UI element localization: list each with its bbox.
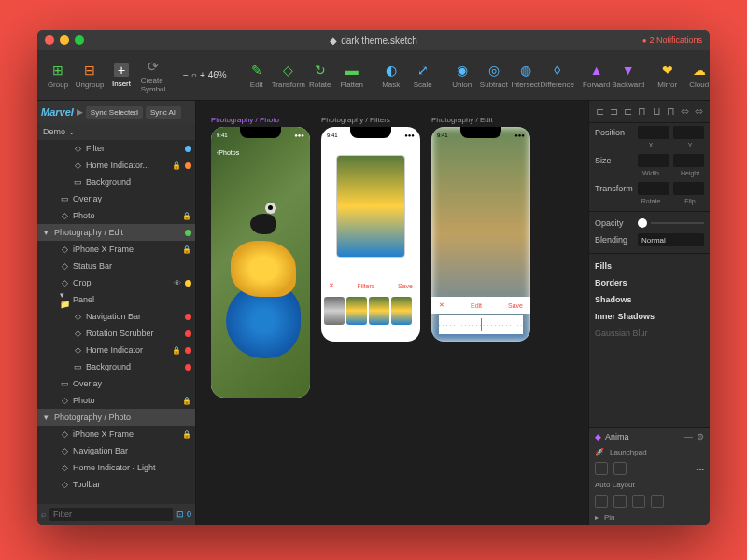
anima-settings-icon[interactable]: ⚙ xyxy=(697,432,704,441)
insert-button[interactable]: +Insert xyxy=(106,61,136,90)
layer-item[interactable]: ◇Status Bar xyxy=(37,258,195,274)
layer-item[interactable]: ▾📁Panel xyxy=(37,291,195,308)
layer-item[interactable]: ◇Navigation Bar xyxy=(37,442,195,459)
canvas[interactable]: Photography / Photo 9:41●●● ‹ Photos Pho… xyxy=(196,101,588,525)
flatten-button[interactable]: ▬Flatten xyxy=(337,60,367,91)
layer-item[interactable]: ◇Home Indicator🔒 xyxy=(37,342,195,358)
align-middle-icon[interactable]: ⊔ xyxy=(653,105,661,118)
pin-row[interactable]: ▸ Pin xyxy=(589,511,710,525)
layer-item[interactable]: ▾Photography / Photo xyxy=(37,409,195,426)
layer-item[interactable]: ◇Home Indicator...🔒 xyxy=(37,157,195,174)
lock-icon[interactable]: 🔒 xyxy=(182,245,191,254)
x-input[interactable] xyxy=(638,126,669,139)
layer-item[interactable]: ◇Photo🔒 xyxy=(37,207,195,224)
visibility-icon[interactable]: 👁 xyxy=(174,279,181,287)
distribute-v-icon[interactable]: ⬄ xyxy=(695,105,703,118)
ungroup-button[interactable]: ⊟Ungroup xyxy=(75,60,105,91)
close-button[interactable] xyxy=(45,35,54,45)
layer-icon: ◇ xyxy=(60,463,69,472)
minimize-button[interactable] xyxy=(60,35,69,45)
align-bottom-icon[interactable]: ⊓ xyxy=(667,105,675,118)
y-input[interactable] xyxy=(673,126,705,139)
search-icon: ⌕ xyxy=(41,510,46,519)
align-left-icon[interactable]: ⊏ xyxy=(596,105,604,118)
anima-minimize-icon[interactable]: — xyxy=(684,432,693,441)
status-dot xyxy=(185,330,191,337)
notifications-indicator[interactable]: 2 Notifications xyxy=(642,35,702,45)
scale-button[interactable]: ⤢Scale xyxy=(408,60,438,91)
layer-item[interactable]: ◇Rotation Scrubber xyxy=(37,325,195,342)
lock-icon[interactable]: 🔒 xyxy=(172,346,181,355)
layer-item[interactable]: ▭Overlay xyxy=(37,375,195,392)
opacity-row: Opacity xyxy=(589,216,710,231)
layer-item[interactable]: ▭Background xyxy=(37,174,195,190)
align-top-icon[interactable]: ⊓ xyxy=(638,105,646,118)
blending-select[interactable]: Normal xyxy=(638,233,704,246)
demo-dropdown[interactable]: Demo ⌄ xyxy=(37,123,195,140)
create-symbol-button[interactable]: ⟳Create Symbol xyxy=(138,56,168,95)
transform-button[interactable]: ◇Transform xyxy=(274,60,303,91)
autolayout-row[interactable]: Auto Layout xyxy=(589,478,710,492)
layer-item[interactable]: ◇Toolbar xyxy=(37,476,195,493)
layer-item[interactable]: ◇iPhone X Frame🔒 xyxy=(37,241,195,258)
filter-indicator[interactable]: ⊡ 0 xyxy=(176,510,191,519)
layer-item[interactable]: ◇Photo🔒 xyxy=(37,392,195,409)
mask-button[interactable]: ◐Mask xyxy=(376,60,406,91)
layer-item[interactable]: ▭Overlay xyxy=(37,190,195,207)
layer-item[interactable]: ◇Filter xyxy=(37,140,195,157)
layer-item[interactable]: ◇iPhone X Frame🔒 xyxy=(37,426,195,442)
backward-button[interactable]: ▼Backward xyxy=(613,60,643,91)
artboard-photo[interactable]: Photography / Photo 9:41●●● ‹ Photos xyxy=(211,116,310,398)
forward-button[interactable]: ▲Forward xyxy=(582,60,612,91)
intersect-button[interactable]: ◍Intersect xyxy=(511,60,541,91)
group-button[interactable]: ⊞Group xyxy=(43,60,73,91)
gaussian-blur-section[interactable]: Gaussian Blur xyxy=(589,325,710,342)
layer-icon: ◇ xyxy=(73,144,82,153)
shadows-section[interactable]: Shadows xyxy=(589,291,710,308)
union-button[interactable]: ◉Union xyxy=(447,60,477,91)
rotate-button[interactable]: ↻Rotate xyxy=(305,60,335,91)
lock-icon[interactable]: 🔒 xyxy=(182,212,191,220)
align-right-icon[interactable]: ⊏ xyxy=(624,105,632,118)
borders-section[interactable]: Borders xyxy=(589,274,710,291)
sync-all-button[interactable]: Sync All xyxy=(146,106,181,119)
height-input[interactable] xyxy=(673,154,705,167)
flip-input[interactable] xyxy=(673,182,705,195)
difference-icon: ◊ xyxy=(549,62,566,78)
layer-item[interactable]: ◇Home Indicator - Light xyxy=(37,459,195,476)
edit-button[interactable]: ✎Edit xyxy=(242,60,272,91)
subtract-button[interactable]: ◎Subtract xyxy=(479,60,509,91)
zoom-control[interactable]: −○+46% xyxy=(177,70,233,80)
layer-icon: ◇ xyxy=(60,396,69,405)
inner-shadows-section[interactable]: Inner Shadows xyxy=(589,308,710,325)
cloud-button[interactable]: ☁Cloud xyxy=(684,60,710,91)
lock-icon[interactable]: 🔒 xyxy=(182,430,191,439)
lock-icon[interactable]: 🔒 xyxy=(172,161,181,170)
fills-section[interactable]: Fills xyxy=(589,258,710,274)
maximize-button[interactable] xyxy=(75,35,84,45)
mirror-button[interactable]: ❤Mirror xyxy=(653,60,683,91)
artboard-filters[interactable]: Photography / Filters 9:41●●● ✕FiltersSa… xyxy=(321,116,420,342)
align-center-icon[interactable]: ⊐ xyxy=(610,105,618,118)
status-dot xyxy=(185,314,191,320)
layer-item[interactable]: ▭Background xyxy=(37,358,195,375)
filter-input[interactable] xyxy=(49,508,173,521)
layer-item[interactable]: ◇Crop👁 xyxy=(37,274,195,291)
play-icon[interactable]: ▶ xyxy=(77,107,83,117)
mask-icon: ◐ xyxy=(383,62,400,78)
width-input[interactable] xyxy=(638,154,669,167)
distribute-h-icon[interactable]: ⬄ xyxy=(681,105,689,118)
layer-icon: ◇ xyxy=(73,329,82,338)
position-row: Position xyxy=(589,123,710,142)
toolbar: ⊞Group ⊟Ungroup +Insert ⟳Create Symbol −… xyxy=(37,50,710,101)
lock-icon[interactable]: 🔒 xyxy=(182,397,191,405)
opacity-slider[interactable] xyxy=(638,218,647,228)
launchpad-row[interactable]: 🚀Launchpad xyxy=(589,445,710,459)
difference-button[interactable]: ◊Difference xyxy=(543,60,572,91)
artboard-edit[interactable]: Photography / Edit 9:41●●● ✕EditSave xyxy=(431,116,530,342)
sync-selected-button[interactable]: Sync Selected xyxy=(86,106,143,119)
status-dot xyxy=(185,347,191,354)
layer-item[interactable]: ◇Navigation Bar xyxy=(37,308,195,325)
layer-item[interactable]: ▾Photography / Edit xyxy=(37,224,195,241)
rotate-input[interactable] xyxy=(638,182,669,195)
